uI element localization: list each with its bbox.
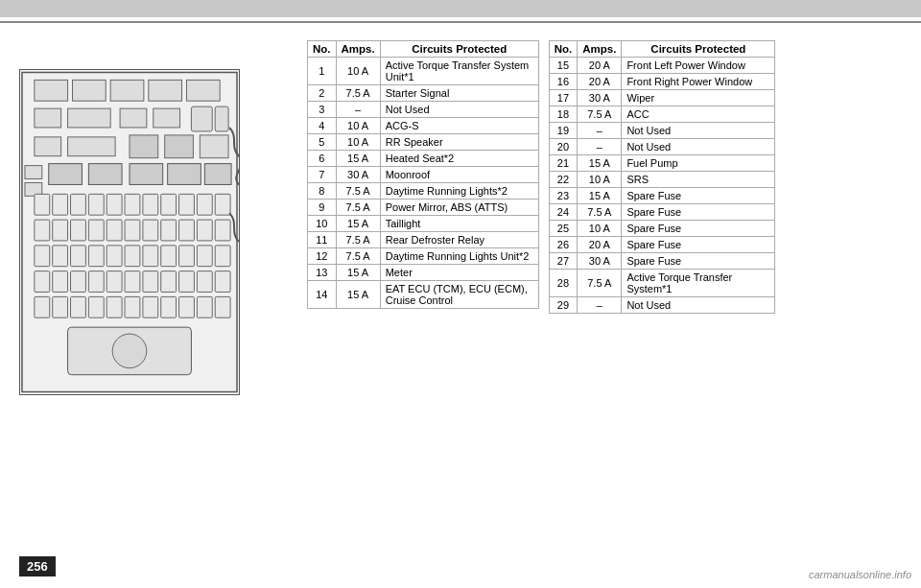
svg-rect-73 bbox=[125, 296, 140, 318]
svg-rect-23 bbox=[204, 164, 231, 185]
fuse-number: 10 bbox=[308, 216, 337, 232]
fuse-number: 11 bbox=[308, 232, 337, 248]
left-table-container: No. Amps. Circuits Protected 110 AActive… bbox=[307, 40, 539, 395]
fuse-number: 9 bbox=[308, 200, 337, 216]
svg-rect-69 bbox=[53, 296, 68, 318]
tables-area: No. Amps. Circuits Protected 110 AActive… bbox=[307, 40, 902, 395]
fuse-circuit: Wiper bbox=[622, 90, 775, 106]
svg-rect-68 bbox=[35, 296, 50, 318]
fuse-number: 17 bbox=[549, 90, 578, 106]
svg-rect-9 bbox=[154, 108, 180, 128]
svg-rect-59 bbox=[71, 271, 86, 293]
fuse-number: 18 bbox=[549, 106, 578, 123]
fuse-number: 25 bbox=[549, 221, 578, 237]
fuse-number: 3 bbox=[308, 102, 337, 118]
fuse-amps: 30 A bbox=[336, 167, 380, 183]
page-number: 256 bbox=[19, 556, 56, 576]
table-row: 110 AActive Torque Transfer System Unit*… bbox=[308, 58, 539, 85]
svg-rect-15 bbox=[165, 135, 194, 158]
top-bar bbox=[0, 0, 921, 17]
svg-rect-74 bbox=[143, 296, 158, 318]
table-row: 187.5 AACC bbox=[549, 106, 775, 123]
fuse-amps: 15 A bbox=[336, 151, 380, 167]
svg-rect-29 bbox=[125, 194, 140, 215]
svg-rect-19 bbox=[49, 164, 83, 185]
svg-rect-35 bbox=[35, 220, 50, 241]
fuse-amps: 10 A bbox=[336, 134, 380, 151]
svg-rect-71 bbox=[88, 296, 104, 318]
svg-rect-32 bbox=[179, 194, 195, 215]
fuse-amps: 30 A bbox=[578, 253, 622, 270]
svg-rect-55 bbox=[197, 246, 212, 267]
fuse-number: 15 bbox=[549, 58, 578, 74]
svg-rect-20 bbox=[88, 164, 122, 185]
fuse-amps: – bbox=[578, 139, 622, 155]
fuse-amps: 15 A bbox=[336, 216, 380, 232]
table-row: 1730 AWiper bbox=[549, 90, 775, 106]
svg-rect-27 bbox=[88, 194, 104, 215]
svg-rect-50 bbox=[106, 246, 122, 267]
svg-rect-57 bbox=[35, 271, 50, 293]
svg-rect-13 bbox=[68, 137, 116, 156]
fuse-circuit: Front Right Power Window bbox=[622, 74, 775, 90]
fuse-number: 4 bbox=[308, 118, 337, 134]
fuse-number: 7 bbox=[308, 167, 337, 183]
fuse-amps: 7.5 A bbox=[336, 183, 380, 200]
fuse-circuit: Front Left Power Window bbox=[622, 58, 775, 74]
fuse-amps: 7.5 A bbox=[336, 85, 380, 102]
svg-rect-25 bbox=[53, 194, 68, 215]
right-col-amps: Amps. bbox=[578, 41, 622, 58]
fuse-amps: 10 A bbox=[578, 172, 622, 188]
fuse-number: 1 bbox=[308, 58, 337, 85]
fuse-number: 22 bbox=[549, 172, 578, 188]
fuse-circuit: Active Torque Transfer System*1 bbox=[622, 270, 775, 297]
svg-rect-30 bbox=[143, 194, 158, 215]
svg-rect-65 bbox=[179, 271, 195, 293]
svg-rect-10 bbox=[191, 106, 212, 131]
table-row: 27.5 AStarter Signal bbox=[308, 85, 539, 102]
table-row: 1620 AFront Right Power Window bbox=[549, 74, 775, 90]
fuse-amps: 10 A bbox=[336, 118, 380, 134]
table-row: 2730 ASpare Fuse bbox=[549, 253, 775, 270]
svg-rect-60 bbox=[88, 271, 104, 293]
svg-rect-26 bbox=[71, 194, 86, 215]
table-row: 20–Not Used bbox=[549, 139, 775, 155]
table-row: 3–Not Used bbox=[308, 102, 539, 118]
svg-rect-33 bbox=[197, 194, 212, 215]
table-row: 127.5 ADaytime Running Lights Unit*2 bbox=[308, 248, 539, 265]
fuse-number: 29 bbox=[549, 297, 578, 314]
svg-rect-36 bbox=[53, 220, 68, 241]
svg-rect-7 bbox=[68, 108, 111, 128]
svg-rect-72 bbox=[106, 296, 122, 318]
fuse-number: 2 bbox=[308, 85, 337, 102]
fuse-circuit: RR Speaker bbox=[380, 134, 538, 151]
table-row: 730 AMoonroof bbox=[308, 167, 539, 183]
svg-rect-58 bbox=[53, 271, 68, 293]
svg-rect-70 bbox=[71, 296, 86, 318]
fuse-number: 8 bbox=[308, 183, 337, 200]
table-row: 2315 ASpare Fuse bbox=[549, 188, 775, 204]
table-row: 1415 AEAT ECU (TCM), ECU (ECM), Cruise C… bbox=[308, 281, 539, 309]
table-row: 287.5 AActive Torque Transfer System*1 bbox=[549, 270, 775, 297]
svg-rect-22 bbox=[168, 164, 201, 185]
fuse-amps: – bbox=[578, 297, 622, 314]
fuse-number: 19 bbox=[549, 123, 578, 139]
svg-rect-8 bbox=[120, 108, 147, 128]
svg-rect-3 bbox=[110, 80, 144, 101]
table-row: 410 AACG-S bbox=[308, 118, 539, 134]
table-row: 1015 ATaillight bbox=[308, 216, 539, 232]
table-row: 2210 ASRS bbox=[549, 172, 775, 188]
fuse-amps: 15 A bbox=[578, 155, 622, 172]
svg-rect-2 bbox=[73, 80, 106, 101]
table-row: 19–Not Used bbox=[549, 123, 775, 139]
fuse-amps: 10 A bbox=[578, 221, 622, 237]
diagram-area bbox=[19, 40, 288, 395]
fuse-amps: 15 A bbox=[578, 188, 622, 204]
table-row: 615 AHeated Seat*2 bbox=[308, 151, 539, 167]
svg-rect-67 bbox=[215, 271, 230, 293]
table-row: 97.5 APower Mirror, ABS (ATTS) bbox=[308, 200, 539, 216]
svg-rect-54 bbox=[179, 246, 195, 267]
fuse-number: 20 bbox=[549, 139, 578, 155]
fuse-circuit: Spare Fuse bbox=[622, 237, 775, 253]
svg-rect-53 bbox=[161, 246, 177, 267]
